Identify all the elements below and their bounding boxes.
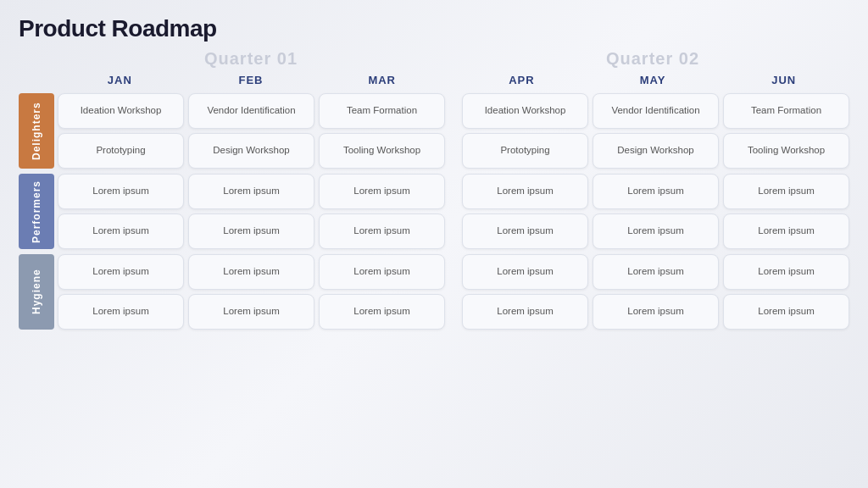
- cell-1-0-1: Lorem ipsum: [188, 174, 314, 209]
- half-q1: PrototypingDesign WorkshopTooling Worksh…: [58, 133, 445, 169]
- half-q2: Ideation WorkshopVendor IdentificationTe…: [462, 93, 849, 129]
- cell-1-0-0: Lorem ipsum: [58, 174, 184, 209]
- cell-0-1-4: Design Workshop: [593, 133, 719, 169]
- half-q1: Ideation WorkshopVendor IdentificationTe…: [58, 93, 445, 129]
- page: Product Roadmap Quarter 01 Quarter 02 JA…: [0, 0, 868, 488]
- data-row-1-1: Lorem ipsumLorem ipsumLorem ipsumLorem i…: [58, 214, 849, 249]
- half-q1: Lorem ipsumLorem ipsumLorem ipsum: [58, 214, 445, 249]
- data-row-2-1: Lorem ipsumLorem ipsumLorem ipsumLorem i…: [58, 294, 849, 330]
- cell-2-1-2: Lorem ipsum: [319, 294, 445, 330]
- cell-0-1-3: Prototyping: [462, 133, 588, 169]
- half-q2: Lorem ipsumLorem ipsumLorem ipsum: [462, 174, 849, 209]
- half-q2: Lorem ipsumLorem ipsumLorem ipsum: [462, 214, 849, 249]
- cell-0-1-0: Prototyping: [58, 133, 184, 169]
- data-row-1-0: Lorem ipsumLorem ipsumLorem ipsumLorem i…: [58, 174, 849, 209]
- cell-2-1-1: Lorem ipsum: [188, 294, 314, 330]
- cell-2-1-3: Lorem ipsum: [462, 294, 588, 330]
- cell-0-0-5: Team Formation: [723, 93, 849, 129]
- cell-1-0-5: Lorem ipsum: [723, 174, 849, 209]
- page-title: Product Roadmap: [19, 15, 849, 42]
- rows-content-delighters: Ideation WorkshopVendor IdentificationTe…: [58, 93, 849, 169]
- quarters-row: Quarter 01 Quarter 02: [54, 49, 849, 69]
- cell-0-0-1: Vendor Identification: [188, 93, 314, 129]
- cell-2-0-4: Lorem ipsum: [593, 254, 719, 290]
- col-mar: MAR: [316, 72, 448, 88]
- half-q2: Lorem ipsumLorem ipsumLorem ipsum: [462, 254, 849, 290]
- cell-2-0-5: Lorem ipsum: [723, 254, 849, 290]
- cell-0-0-3: Ideation Workshop: [462, 93, 588, 129]
- cell-1-1-2: Lorem ipsum: [319, 214, 445, 249]
- cell-2-0-2: Lorem ipsum: [319, 254, 445, 290]
- row-group-delighters: DelightersIdeation WorkshopVendor Identi…: [19, 93, 849, 169]
- cell-1-0-2: Lorem ipsum: [319, 174, 445, 209]
- cell-1-1-5: Lorem ipsum: [723, 214, 849, 249]
- cell-2-0-3: Lorem ipsum: [462, 254, 588, 290]
- quarter-1-label: Quarter 01: [54, 49, 448, 69]
- cell-1-1-0: Lorem ipsum: [58, 214, 184, 249]
- data-row-0-0: Ideation WorkshopVendor IdentificationTe…: [58, 93, 849, 129]
- grid-body: DelightersIdeation WorkshopVendor Identi…: [19, 93, 849, 330]
- row-label-delighters: Delighters: [19, 93, 54, 169]
- half-q1: Lorem ipsumLorem ipsumLorem ipsum: [58, 174, 445, 209]
- half-q2: PrototypingDesign WorkshopTooling Worksh…: [462, 133, 849, 169]
- data-row-2-0: Lorem ipsumLorem ipsumLorem ipsumLorem i…: [58, 254, 849, 290]
- cell-1-0-4: Lorem ipsum: [593, 174, 719, 209]
- cell-2-1-4: Lorem ipsum: [593, 294, 719, 330]
- cell-1-1-1: Lorem ipsum: [188, 214, 314, 249]
- cell-2-1-5: Lorem ipsum: [723, 294, 849, 330]
- col-jan: JAN: [54, 72, 186, 88]
- col-apr: APR: [456, 72, 587, 88]
- cell-1-1-3: Lorem ipsum: [462, 214, 588, 249]
- half-q2: Lorem ipsumLorem ipsumLorem ipsum: [462, 294, 849, 330]
- cell-0-1-1: Design Workshop: [188, 133, 314, 169]
- col-may: MAY: [587, 72, 719, 88]
- row-label-hygiene: Hygiene: [19, 254, 54, 330]
- quarter-2-label: Quarter 02: [456, 49, 849, 69]
- cell-0-0-4: Vendor Identification: [593, 93, 719, 129]
- cell-1-0-3: Lorem ipsum: [462, 174, 588, 209]
- rows-content-hygiene: Lorem ipsumLorem ipsumLorem ipsumLorem i…: [58, 254, 849, 330]
- cell-2-0-1: Lorem ipsum: [188, 254, 314, 290]
- data-row-0-1: PrototypingDesign WorkshopTooling Worksh…: [58, 133, 849, 169]
- cell-2-1-0: Lorem ipsum: [58, 294, 184, 330]
- cell-0-1-2: Tooling Workshop: [319, 133, 445, 169]
- cell-0-1-5: Tooling Workshop: [723, 133, 849, 169]
- cell-0-0-2: Team Formation: [319, 93, 445, 129]
- col-jun: JUN: [718, 72, 849, 88]
- col-feb: FEB: [186, 72, 317, 88]
- cell-2-0-0: Lorem ipsum: [58, 254, 184, 290]
- half-q1: Lorem ipsumLorem ipsumLorem ipsum: [58, 294, 445, 330]
- cell-0-0-0: Ideation Workshop: [58, 93, 184, 129]
- columns-header: JAN FEB MAR APR MAY JUN: [54, 72, 849, 88]
- cell-1-1-4: Lorem ipsum: [593, 214, 719, 249]
- half-q1: Lorem ipsumLorem ipsumLorem ipsum: [58, 254, 445, 290]
- row-group-performers: PerformersLorem ipsumLorem ipsumLorem ip…: [19, 174, 849, 249]
- row-label-performers: Performers: [19, 174, 54, 249]
- row-group-hygiene: HygieneLorem ipsumLorem ipsumLorem ipsum…: [19, 254, 849, 330]
- rows-content-performers: Lorem ipsumLorem ipsumLorem ipsumLorem i…: [58, 174, 849, 249]
